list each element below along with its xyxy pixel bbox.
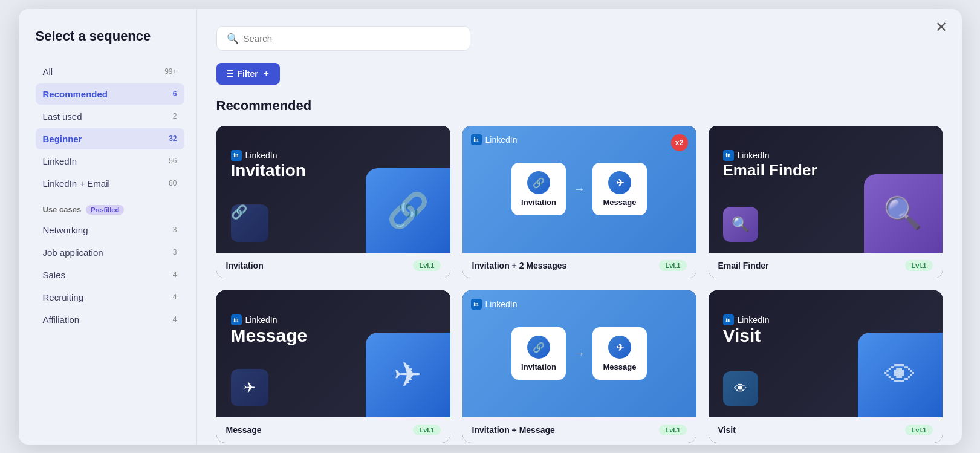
card-title-msg: Message xyxy=(231,325,308,346)
message-icon-large: ✈ xyxy=(366,333,450,417)
invitation-flow2-icon: 🔗 xyxy=(527,336,550,359)
use-cases-section: Use cases Pre-filled xyxy=(43,205,184,215)
message-icon-small: ✈ xyxy=(231,369,268,406)
modal: ✕ Select a sequence All 99+ Recommended … xyxy=(19,9,962,445)
card-title-ef: Email Finder xyxy=(723,161,817,180)
sidebar-item-last-used[interactable]: Last used 2 xyxy=(36,106,184,127)
flow-step-invitation: 🔗 Invitation xyxy=(511,163,566,215)
linkedin-icon-msg: in xyxy=(231,314,242,325)
sidebar-count-networking: 3 xyxy=(173,226,177,234)
card-name-flow2: Invitation + Message xyxy=(472,425,555,435)
sidebar-item-sales[interactable]: Sales 4 xyxy=(36,264,184,285)
link-icon-dark: 🔗 xyxy=(231,204,268,242)
sidebar-item-job-application[interactable]: Job application 3 xyxy=(36,242,184,263)
search-icon: 🔍 xyxy=(227,33,239,44)
sidebar-count-sales: 4 xyxy=(173,270,177,279)
card-name-invitation: Invitation xyxy=(226,261,264,270)
flow-step-label-2: Message xyxy=(603,198,637,207)
li-header-ef: in LinkedIn xyxy=(723,150,817,161)
sidebar-label-beginner: Beginner xyxy=(43,134,82,144)
use-cases-label: Use cases xyxy=(43,205,82,214)
visit-icon-small: 👁 xyxy=(723,371,758,406)
card-email-finder[interactable]: in LinkedIn Email Finder 🔍 🔍 Email Finde… xyxy=(709,126,943,278)
section-title: Recommended xyxy=(216,98,943,114)
card-invitation[interactable]: in LinkedIn Invitation 🔗 🔗 Inv xyxy=(216,126,450,278)
card-message[interactable]: in LinkedIn Message ✈ ✈ Message Lvl.1 xyxy=(216,290,450,443)
card-level-msg: Lvl.1 xyxy=(413,425,440,435)
linkedin-label-msg: LinkedIn xyxy=(245,315,277,325)
linkedin-icon: in xyxy=(231,150,242,161)
linkedin-icon-ef: in xyxy=(723,150,734,161)
linkedin-label-ef: LinkedIn xyxy=(738,151,770,160)
sidebar-count-linkedin: 56 xyxy=(169,157,177,165)
card-footer-msg: Message Lvl.1 xyxy=(216,417,450,443)
sidebar-count-recruiting: 4 xyxy=(173,293,177,301)
card-title-invitation: Invitation xyxy=(231,161,306,180)
filter-button[interactable]: ☰ Filter ＋ xyxy=(216,63,280,85)
filter-label: Filter xyxy=(238,69,258,79)
linkedin-icon-visit: in xyxy=(723,314,734,325)
sidebar-item-all[interactable]: All 99+ xyxy=(36,61,184,82)
flow-step-message: ✈ Message xyxy=(592,163,647,215)
card-title-visit: Visit xyxy=(723,325,770,346)
sidebar-item-networking[interactable]: Networking 3 xyxy=(36,220,184,241)
card-thumbnail-flow2: in LinkedIn 🔗 Invitation → ✈ Message xyxy=(462,290,696,417)
search-input[interactable] xyxy=(244,33,460,44)
card-footer-flow2: Invitation + Message Lvl.1 xyxy=(462,417,696,443)
card-level-invitation: Lvl.1 xyxy=(413,260,440,271)
flow-step2-label-1: Invitation xyxy=(521,362,556,371)
li-header-visit: in LinkedIn xyxy=(723,314,770,325)
link-icon-blue: 🔗 xyxy=(366,168,450,253)
sidebar: Select a sequence All 99+ Recommended 6 … xyxy=(19,9,197,445)
card-visit[interactable]: in LinkedIn Visit 👁 👁 Visit Lvl.1 xyxy=(709,290,943,443)
flow-step2-message: ✈ Message xyxy=(592,327,647,380)
linkedin-icon-flow: in xyxy=(471,134,482,145)
card-level-flow: Lvl.1 xyxy=(659,260,686,271)
invitation-flow-icon: 🔗 xyxy=(527,171,550,194)
card-thumbnail-email-finder: in LinkedIn Email Finder 🔍 🔍 xyxy=(709,126,943,253)
search-icon-large: 🔍 xyxy=(864,174,943,253)
flow-arrow: → xyxy=(573,182,585,196)
sidebar-label-linkedin: LinkedIn xyxy=(43,156,77,166)
sidebar-item-affiliation[interactable]: Affiliation 4 xyxy=(36,309,184,330)
flow-step2-invitation: 🔗 Invitation xyxy=(511,327,566,380)
sidebar-item-linkedin-email[interactable]: LinkedIn + Email 80 xyxy=(36,173,184,194)
search-icon-small: 🔍 xyxy=(723,207,758,242)
x2-badge: x2 xyxy=(671,134,688,151)
sidebar-label-affiliation: Affiliation xyxy=(43,314,80,325)
sidebar-count-beginner: 32 xyxy=(169,134,177,143)
sidebar-label-recommended: Recommended xyxy=(43,89,108,99)
visit-icon-large: 👁 xyxy=(858,333,943,417)
card-level-visit: Lvl.1 xyxy=(905,425,932,435)
card-footer-ef: Email Finder Lvl.1 xyxy=(709,253,943,278)
flow-step2-label-2: Message xyxy=(603,362,637,371)
flow-cards: 🔗 Invitation → ✈ Message xyxy=(511,163,647,215)
card-footer-invitation: Invitation Lvl.1 xyxy=(216,253,450,278)
sidebar-item-linkedin[interactable]: LinkedIn 56 xyxy=(36,151,184,172)
pre-filled-badge: Pre-filled xyxy=(86,205,124,215)
message-flow-icon: ✈ xyxy=(608,171,631,194)
card-level-flow2: Lvl.1 xyxy=(659,425,686,435)
main-content: 🔍 ☰ Filter ＋ Recommended in LinkedIn xyxy=(197,9,962,445)
close-button[interactable]: ✕ xyxy=(935,20,947,34)
sidebar-label-recruiting: Recruiting xyxy=(43,292,84,302)
sidebar-count-job-application: 3 xyxy=(173,248,177,256)
sidebar-label-last-used: Last used xyxy=(43,111,82,122)
sidebar-label-linkedin-email: LinkedIn + Email xyxy=(43,178,110,189)
sidebar-item-recommended[interactable]: Recommended 6 xyxy=(36,83,184,105)
card-name-ef: Email Finder xyxy=(718,261,769,270)
sidebar-item-recruiting[interactable]: Recruiting 4 xyxy=(36,287,184,308)
sidebar-item-beginner[interactable]: Beginner 32 xyxy=(36,128,184,149)
message-flow2-icon: ✈ xyxy=(608,336,631,359)
card-footer-visit: Visit Lvl.1 xyxy=(709,417,943,443)
sidebar-count-recommended: 6 xyxy=(173,90,177,98)
card-name-msg: Message xyxy=(226,425,262,435)
search-bar[interactable]: 🔍 xyxy=(216,26,470,51)
li-header-flow2: in LinkedIn xyxy=(471,299,518,310)
li-header-msg: in LinkedIn xyxy=(231,314,308,325)
li-header-invitation: in LinkedIn xyxy=(231,150,306,161)
flow-step-label-1: Invitation xyxy=(521,198,556,207)
card-invitation-2-messages[interactable]: in LinkedIn x2 🔗 Invitation → ✈ Message xyxy=(462,126,696,278)
linkedin-label-flow2: LinkedIn xyxy=(485,299,518,309)
card-invitation-message[interactable]: in LinkedIn 🔗 Invitation → ✈ Message xyxy=(462,290,696,443)
